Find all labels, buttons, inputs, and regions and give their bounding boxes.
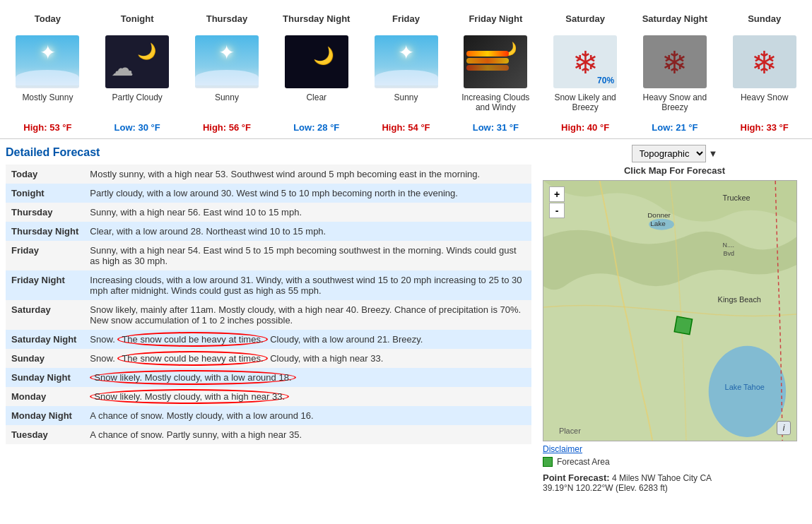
period-text-12: A chance of snow. Partly sunny, with a h… (84, 425, 531, 444)
map-info-button[interactable]: i (777, 421, 791, 435)
table-row: MondaySnow likely. Mostly cloudy, with a… (6, 387, 531, 406)
wx-desc-0: Mostly Sunny (6, 93, 90, 118)
detailed-forecast-panel: Detailed Forecast TodayMostly sunny, wit… (0, 139, 537, 499)
main-content: Detailed Forecast TodayMostly sunny, wit… (0, 139, 812, 499)
point-forecast-value: 4 Miles NW Tahoe City CA (612, 473, 712, 483)
wx-desc-4: Sunny (364, 93, 448, 118)
temp-0: High: 53 °F (6, 122, 90, 133)
point-forecast-label: Point Forecast: (543, 472, 610, 483)
period-text-1: Partly cloudy, with a low around 30. Wes… (84, 184, 531, 203)
map-type-dropdown[interactable]: Topographic (632, 145, 706, 162)
period-name-8: Sunday (6, 349, 84, 368)
disclaimer-link[interactable]: Disclaimer (543, 444, 582, 454)
svg-text:Truckee: Truckee (723, 193, 751, 202)
day-name-5: Friday Night (454, 6, 538, 31)
table-row: TonightPartly cloudy, with a low around … (6, 184, 531, 203)
map-legend: Forecast Area (543, 457, 806, 467)
svg-text:Donner: Donner (647, 211, 671, 219)
svg-text:N....: N.... (723, 242, 734, 249)
zoom-in-button[interactable]: + (549, 186, 565, 202)
forecast-day-8: Sunday❄Heavy SnowHigh: 33 °F (719, 6, 809, 133)
table-row: TuesdayA chance of snow. Partly sunny, w… (6, 425, 531, 444)
detailed-forecast-title: Detailed Forecast (6, 146, 531, 159)
table-row: Thursday NightClear, with a low around 2… (6, 222, 531, 241)
day-name-1: Tonight (95, 6, 180, 31)
day-name-7: Saturday Night (632, 6, 717, 31)
period-name-7: Saturday Night (6, 330, 84, 349)
period-name-9: Sunday Night (6, 368, 84, 387)
period-text-11: A chance of snow. Mostly cloudy, with a … (84, 406, 531, 425)
forecast-strip: Today✦Mostly SunnyHigh: 53 °FTonight🌙☁Pa… (0, 0, 812, 139)
click-map-label: Click Map For Forecast (543, 165, 806, 176)
table-row: SaturdaySnow likely, mainly after 11am. … (6, 300, 531, 330)
forecast-day-4: Friday✦SunnyHigh: 54 °F (361, 6, 451, 133)
forecast-day-6: Saturday❄70%Snow Likely and BreezyHigh: … (541, 6, 630, 133)
table-row: Monday NightA chance of snow. Mostly clo… (6, 406, 531, 425)
period-text-6: Snow likely, mainly after 11am. Mostly c… (84, 300, 531, 330)
svg-rect-3 (674, 316, 692, 334)
wx-desc-5: Increasing Clouds and Windy (454, 93, 538, 118)
period-text-2: Sunny, with a high near 56. East wind 10… (84, 203, 531, 222)
period-name-2: Thursday (6, 203, 84, 222)
point-forecast: Point Forecast: 4 Miles NW Tahoe City CA… (543, 472, 806, 493)
map-svg: Truckee Donner Lake Kings Beach Lake Tah… (543, 181, 796, 441)
temp-7: Low: 21 °F (632, 122, 717, 133)
temp-8: High: 33 °F (722, 122, 806, 133)
forecast-day-7: Saturday Night❄Heavy Snow and BreezyLow:… (630, 6, 719, 133)
table-row: SundaySnow. The snow could be heavy at t… (6, 349, 531, 368)
table-row: Saturday NightSnow. The snow could be he… (6, 330, 531, 349)
day-name-3: Thursday Night (274, 6, 358, 31)
map-panel: Topographic ▼ Click Map For Forecast (537, 139, 812, 499)
forecast-area-label: Forecast Area (557, 457, 610, 467)
forecast-day-1: Tonight🌙☁Partly CloudyLow: 30 °F (93, 6, 182, 133)
svg-text:Lake Tahoe: Lake Tahoe (725, 383, 765, 391)
period-name-12: Tuesday (6, 425, 84, 444)
period-name-11: Monday Night (6, 406, 84, 425)
forecast-day-3: Thursday Night🌙ClearLow: 28 °F (271, 6, 361, 133)
table-row: Sunday NightSnow likely. Mostly cloudy, … (6, 368, 531, 387)
temp-5: Low: 31 °F (454, 122, 538, 133)
period-name-6: Saturday (6, 300, 84, 330)
period-name-5: Friday Night (6, 270, 84, 300)
day-name-6: Saturday (543, 6, 628, 31)
period-name-4: Friday (6, 241, 84, 270)
period-text-5: Increasing clouds, with a low around 31.… (84, 270, 531, 300)
forecast-day-0: Today✦Mostly SunnyHigh: 53 °F (3, 6, 93, 133)
period-text-4: Sunny, with a high near 54. East wind 5 … (84, 241, 531, 270)
svg-text:Kings Beach: Kings Beach (718, 295, 761, 304)
period-name-10: Monday (6, 387, 84, 406)
period-text-9: Snow likely. Mostly cloudy, with a low a… (84, 368, 531, 387)
svg-text:Lake: Lake (650, 220, 666, 227)
temp-2: High: 56 °F (185, 122, 269, 133)
wx-desc-8: Heavy Snow (722, 93, 806, 118)
forecast-day-5: Friday Night🌙Increasing Clouds and Windy… (451, 6, 541, 133)
temp-3: Low: 28 °F (274, 122, 358, 133)
period-text-8: Snow. The snow could be heavy at times. … (84, 349, 531, 368)
wx-desc-6: Snow Likely and Breezy (543, 93, 628, 118)
table-row: Friday NightIncreasing clouds, with a lo… (6, 270, 531, 300)
map-container[interactable]: Truckee Donner Lake Kings Beach Lake Tah… (543, 180, 797, 441)
wx-desc-7: Heavy Snow and Breezy (632, 93, 717, 118)
zoom-out-button[interactable]: - (549, 203, 565, 218)
svg-text:Placer: Placer (559, 427, 581, 435)
temp-6: High: 40 °F (543, 122, 628, 133)
dropdown-arrow-icon: ▼ (709, 148, 718, 159)
svg-text:Bvd: Bvd (724, 250, 734, 257)
day-name-8: Sunday (722, 6, 806, 31)
map-zoom-controls: + - (549, 186, 565, 218)
wx-desc-2: Sunny (185, 93, 269, 118)
table-row: TodayMostly sunny, with a high near 53. … (6, 165, 531, 184)
table-row: FridaySunny, with a high near 54. East w… (6, 241, 531, 270)
temp-1: Low: 30 °F (95, 122, 180, 133)
wx-desc-1: Partly Cloudy (95, 93, 180, 118)
wx-desc-3: Clear (274, 93, 358, 118)
temp-4: High: 54 °F (364, 122, 448, 133)
table-row: ThursdaySunny, with a high near 56. East… (6, 203, 531, 222)
forecast-area-box (543, 457, 553, 467)
day-name-2: Thursday (185, 6, 269, 31)
period-text-0: Mostly sunny, with a high near 53. South… (84, 165, 531, 184)
period-text-10: Snow likely. Mostly cloudy, with a high … (84, 387, 531, 406)
period-name-3: Thursday Night (6, 222, 84, 241)
forecast-day-2: Thursday✦SunnyHigh: 56 °F (182, 6, 272, 133)
period-text-7: Snow. The snow could be heavy at times. … (84, 330, 531, 349)
